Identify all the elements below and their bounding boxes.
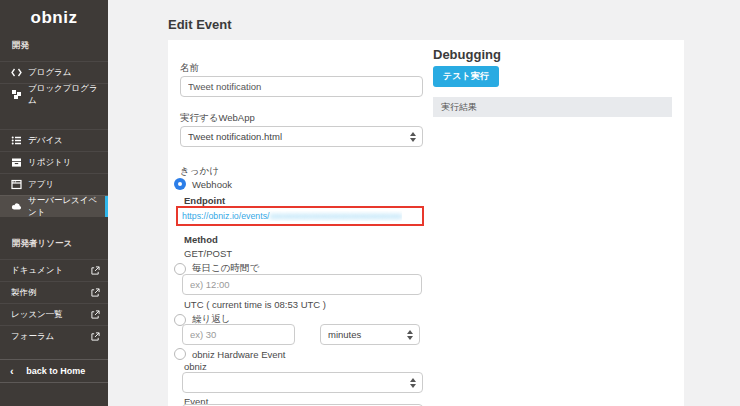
hardware-event-radio-option[interactable]: obniz Hardware Event <box>174 348 285 360</box>
webhook-radio[interactable] <box>174 178 186 190</box>
edit-event-card: 名前 実行するWebApp Tweet notification.html きっ… <box>168 40 684 406</box>
repeat-unit-value: minutes <box>328 329 361 340</box>
apps-window-icon <box>11 179 22 190</box>
sidebar-item-devices[interactable]: デバイス <box>0 129 108 151</box>
code-icon <box>11 67 22 78</box>
repository-icon <box>11 157 22 168</box>
sidebar-item-label: レッスン一覧 <box>11 309 63 321</box>
select-stepper-icon <box>410 132 416 142</box>
webhook-radio-label: Webhook <box>192 179 232 190</box>
sidebar-item-lessons[interactable]: レッスン一覧 <box>0 303 108 325</box>
blocks-icon <box>11 89 22 100</box>
external-link-icon <box>91 266 100 275</box>
sidebar-item-label: デバイス <box>28 135 63 147</box>
repeat-interval-input[interactable] <box>182 324 295 345</box>
external-link-icon <box>91 288 100 297</box>
hardware-event-radio[interactable] <box>174 348 186 360</box>
sidebar-item-label: 製作例 <box>11 287 37 299</box>
cloud-icon <box>11 201 22 212</box>
sidebar-item-label: ブロックプログラム <box>28 83 100 107</box>
obniz-select[interactable] <box>182 372 423 393</box>
sidebar-item-label: リポジトリ <box>28 157 72 169</box>
back-to-home[interactable]: ‹ back to Home <box>0 359 108 383</box>
method-label: Method <box>184 234 218 245</box>
sidebar-section-resources-label: 開発者リソース <box>0 231 108 259</box>
webhook-radio-option[interactable]: Webhook <box>174 178 232 190</box>
method-value: GET/POST <box>184 248 232 259</box>
sidebar-section-dev-label: 開発 <box>0 33 108 61</box>
sidebar-item-repository[interactable]: リポジトリ <box>0 151 108 173</box>
sidebar-item-label: プログラム <box>28 67 72 79</box>
sidebar-item-apps[interactable]: アプリ <box>0 173 108 195</box>
repeat-unit-select[interactable]: minutes <box>320 324 420 345</box>
result-header: 実行結果 <box>433 97 672 117</box>
sidebar-item-label: アプリ <box>28 179 54 191</box>
page-title: Edit Event <box>168 17 232 32</box>
devices-list-icon <box>11 135 22 146</box>
back-to-home-label: back to Home <box>14 366 98 376</box>
trigger-label: きっかけ <box>180 165 219 178</box>
name-label: 名前 <box>180 62 199 75</box>
test-run-button[interactable]: テスト実行 <box>433 66 499 87</box>
sidebar-item-block-program[interactable]: ブロックプログラム <box>0 83 108 105</box>
sidebar-item-program[interactable]: プログラム <box>0 61 108 83</box>
obniz-label: obniz <box>184 361 207 372</box>
sidebar-item-serverless-events[interactable]: サーバーレスイベント <box>0 195 108 217</box>
daily-time-radio[interactable] <box>174 263 186 275</box>
sidebar-item-forum[interactable]: フォーラム <box>0 325 108 347</box>
select-stepper-icon <box>410 378 416 388</box>
sidebar-spacer <box>0 217 108 231</box>
utc-note: UTC ( current time is 08:53 UTC ) <box>184 299 326 310</box>
sidebar-item-examples[interactable]: 製作例 <box>0 281 108 303</box>
endpoint-url-link[interactable]: https://obniz.io/events/xxxxxxxxxxxxxxxx… <box>182 211 402 221</box>
sidebar-item-label: フォーラム <box>11 331 54 343</box>
webapp-label: 実行するWebApp <box>180 112 255 125</box>
endpoint-label: Endpoint <box>184 195 225 206</box>
external-link-icon <box>91 310 100 319</box>
obniz-logo[interactable]: obniz <box>0 0 108 33</box>
name-input[interactable] <box>180 76 423 97</box>
endpoint-url-redacted: xxxxxxxxxxxxxxxxxxxxxxxxxxxxxxxxxx <box>270 211 403 221</box>
webapp-select[interactable]: Tweet notification.html <box>180 126 423 147</box>
endpoint-url-highlight[interactable]: https://obniz.io/events/xxxxxxxxxxxxxxxx… <box>176 206 424 226</box>
sidebar-item-documents[interactable]: ドキュメント <box>0 259 108 281</box>
sidebar-spacer <box>0 105 108 129</box>
daily-time-input[interactable] <box>182 274 422 295</box>
debugging-title: Debugging <box>433 47 501 62</box>
select-stepper-icon <box>407 330 413 340</box>
webapp-select-value: Tweet notification.html <box>188 131 282 142</box>
sidebar-item-label: ドキュメント <box>11 265 63 277</box>
sidebar-item-label: サーバーレスイベント <box>28 195 100 219</box>
sidebar: obniz 開発 プログラム ブロックプログラム デバイス リポジトリ アプリ <box>0 0 108 406</box>
external-link-icon <box>91 332 100 341</box>
hardware-event-radio-label: obniz Hardware Event <box>192 349 285 360</box>
